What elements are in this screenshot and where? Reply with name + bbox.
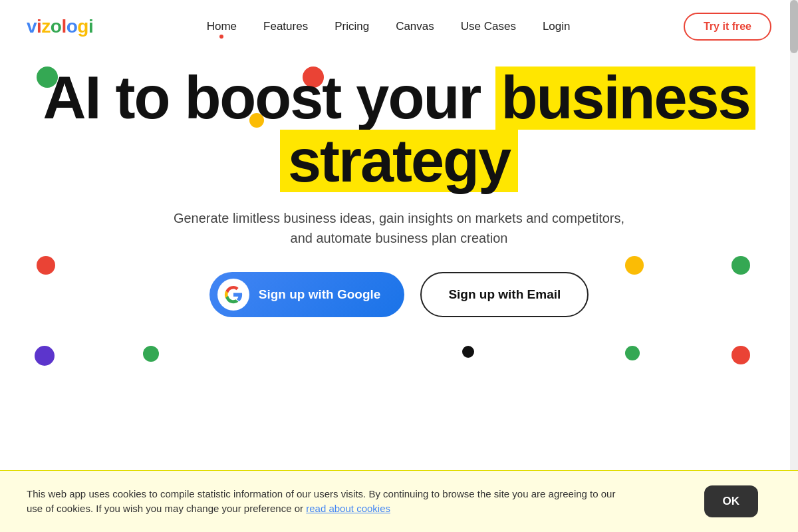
- nav-use-cases[interactable]: Use Cases: [461, 20, 516, 33]
- hero-subtext: Generate limitless business ideas, gain …: [166, 208, 632, 248]
- nav-login[interactable]: Login: [543, 20, 571, 33]
- signup-google-button[interactable]: Sign up with Google: [209, 272, 405, 317]
- try-free-button[interactable]: Try it free: [684, 13, 771, 41]
- nav-pricing[interactable]: Pricing: [334, 20, 369, 33]
- signup-google-label: Sign up with Google: [259, 287, 381, 302]
- nav-login-link[interactable]: Login: [543, 20, 571, 33]
- decorative-dot-10: [143, 346, 159, 362]
- nav-canvas[interactable]: Canvas: [396, 20, 434, 33]
- decorative-dot-9: [35, 346, 55, 366]
- signup-email-button[interactable]: Sign up with Email: [420, 272, 589, 317]
- home-active-dot: [219, 35, 223, 39]
- decorative-dot-11: [462, 346, 474, 358]
- headline-highlight-strategy: strategy: [280, 130, 518, 193]
- signup-email-label: Sign up with Email: [448, 287, 561, 302]
- headline-highlight-business: business: [495, 66, 755, 130]
- cookie-link[interactable]: read about cookies: [306, 503, 390, 514]
- nav-pricing-link[interactable]: Pricing: [334, 20, 369, 33]
- cookie-ok-button[interactable]: OK: [704, 485, 759, 517]
- cta-buttons: Sign up with Google Sign up with Email: [13, 272, 785, 317]
- navbar: vizologi Home Features Pricing Canvas Us…: [0, 0, 798, 53]
- headline-line1: AI to boost your business: [13, 66, 785, 130]
- nav-home-link[interactable]: Home: [207, 20, 237, 33]
- headline-text-part1: AI to boost your: [43, 65, 480, 131]
- headline: AI to boost your business strategy: [13, 66, 785, 192]
- nav-use-cases-link[interactable]: Use Cases: [461, 20, 516, 33]
- cookie-message: This web app uses cookies to compile sta…: [27, 487, 625, 517]
- cookie-banner: This web app uses cookies to compile sta…: [0, 470, 798, 532]
- decorative-dot-12: [625, 346, 640, 360]
- decorative-dot-13: [732, 346, 750, 364]
- nav-links: Home Features Pricing Canvas Use Cases L…: [207, 20, 571, 33]
- google-icon: [217, 279, 249, 311]
- headline-line2: strategy: [13, 130, 785, 193]
- nav-canvas-link[interactable]: Canvas: [396, 20, 434, 33]
- hero-section: AI to boost your business strategy Gener…: [0, 53, 798, 331]
- google-logo-svg: [224, 285, 243, 304]
- nav-features-link[interactable]: Features: [263, 20, 308, 33]
- nav-home[interactable]: Home: [207, 20, 237, 33]
- nav-features[interactable]: Features: [263, 20, 308, 33]
- logo[interactable]: vizologi: [27, 16, 93, 37]
